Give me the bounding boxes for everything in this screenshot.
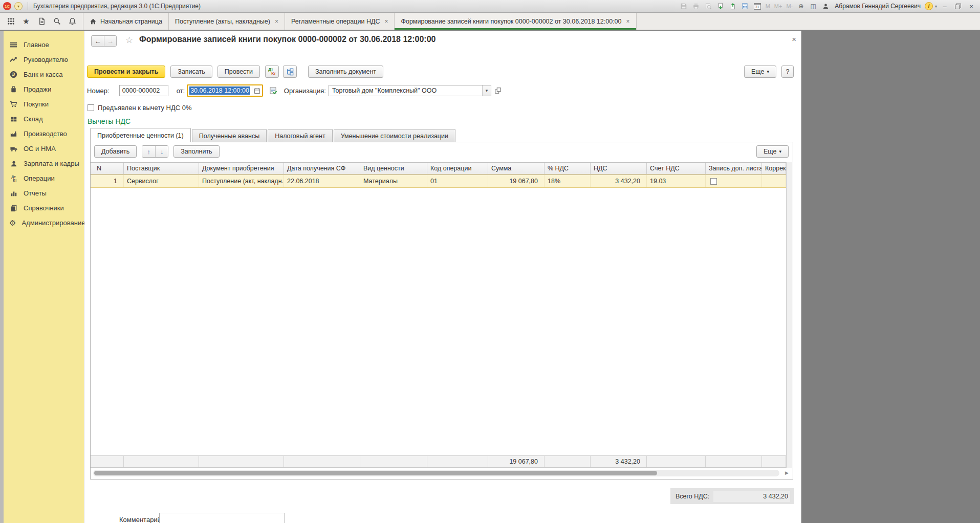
move-up-button[interactable]: ↑ [142, 146, 155, 157]
sidebar-item-operations[interactable]: ДтКт Операции [4, 171, 84, 186]
sidebar-item-salary-hr[interactable]: Зарплата и кадры [4, 156, 84, 171]
add-row-button[interactable]: Добавить [94, 145, 137, 158]
sidebar-item-main[interactable]: Главное [4, 37, 84, 52]
cell-vat-percent[interactable]: 18% [545, 175, 591, 187]
cell-acquisition-document[interactable]: Поступление (акт, накладн... [199, 175, 284, 187]
tab-acquired-values[interactable]: Приобретенные ценности (1) [90, 128, 191, 142]
cell-vat-amount[interactable]: 3 432,20 [591, 175, 647, 187]
print-icon[interactable] [691, 2, 701, 11]
tab-vat-operations[interactable]: Регламентные операции НДС × [285, 13, 394, 30]
more-button[interactable]: Еще▾ [744, 66, 776, 78]
tab-purchase-book-entries[interactable]: Формирование записей книги покупок 0000-… [394, 13, 636, 30]
tab-close-icon[interactable]: × [626, 18, 630, 25]
additional-sheet-checkbox[interactable] [710, 178, 717, 185]
column-header: Счет НДС [647, 163, 706, 174]
cell-operation-code[interactable]: 01 [427, 175, 488, 187]
back-button[interactable]: ← [92, 36, 104, 46]
table-footer-totals-row: 19 067,80 3 432,20 [91, 455, 786, 468]
notifications-bell-icon[interactable] [66, 15, 79, 28]
fill-from-document-icon[interactable] [269, 86, 278, 95]
tab-received-advances[interactable]: Полученные авансы [192, 129, 267, 142]
organization-select[interactable]: Торговый дом "Комплексный" ООО ▾ [329, 85, 491, 96]
print-preview-icon[interactable] [703, 2, 713, 11]
form-close-icon[interactable]: × [792, 35, 796, 43]
calculator-icon[interactable] [740, 2, 750, 11]
search-icon[interactable] [50, 15, 63, 28]
fill-table-button[interactable]: Заполнить [173, 145, 219, 158]
date-input[interactable]: 30.06.2018 12:00:00 [187, 84, 263, 97]
number-label: Номер: [87, 87, 110, 95]
comment-input[interactable] [159, 513, 285, 523]
sidebar-item-bank-cash[interactable]: ₽ Банк и касса [4, 67, 84, 82]
restore-button[interactable] [955, 4, 961, 9]
help-button[interactable]: ? [781, 66, 794, 78]
table-more-button[interactable]: Еще▾ [756, 145, 789, 158]
memory-m-button[interactable]: M [765, 3, 771, 9]
save-file-icon[interactable] [715, 2, 726, 11]
cell-row-number[interactable]: 1 [91, 175, 124, 187]
cell-supplier[interactable]: Сервислог [124, 175, 199, 187]
move-down-button[interactable]: ↓ [155, 146, 168, 157]
post-and-close-button[interactable]: Провести и закрыть [87, 66, 165, 78]
scrollbar-thumb[interactable] [94, 471, 657, 475]
show-postings-button[interactable]: ДтКт [265, 66, 279, 78]
tab-home[interactable]: Начальная страница [83, 13, 168, 30]
tab-label: Начальная страница [100, 18, 162, 25]
memory-m-minus-button[interactable]: M- [785, 3, 794, 9]
post-button[interactable]: Провести [217, 66, 260, 78]
split-view-icon[interactable]: ◫ [808, 2, 818, 11]
open-organization-icon[interactable] [493, 86, 503, 95]
minimize-button[interactable]: – [939, 3, 950, 10]
system-menu-dropdown[interactable]: ▾ [14, 2, 23, 10]
sidebar-item-sales[interactable]: Продажи [4, 82, 84, 97]
cart-icon [9, 100, 18, 108]
tab-label: Регламентные операции НДС [291, 18, 380, 25]
cell-amount[interactable]: 19 067,80 [488, 175, 545, 187]
save-button[interactable]: Записать [170, 66, 212, 78]
scroll-right-arrow-icon[interactable]: ▶ [785, 470, 789, 476]
tab-tax-agent[interactable]: Налоговый агент [268, 129, 333, 142]
tab-close-icon[interactable]: × [275, 18, 278, 25]
vat-0-checkbox[interactable] [88, 104, 94, 111]
info-dropdown-icon[interactable]: ▾ [935, 4, 937, 9]
number-input[interactable] [119, 85, 168, 96]
cell-vat-account[interactable]: 19.03 [647, 175, 706, 187]
sidebar-item-warehouse[interactable]: Склад [4, 112, 84, 126]
sidebar-item-purchases[interactable]: Покупки [4, 97, 84, 112]
favorites-icon[interactable]: ★ [19, 15, 33, 28]
tab-close-icon[interactable]: × [384, 18, 388, 25]
sidebar-item-production[interactable]: Производство [4, 126, 84, 141]
cell-value-type[interactable]: Материалы [360, 175, 427, 187]
add-favorite-star-icon[interactable]: ☆ [125, 35, 133, 46]
calendar-picker-icon[interactable] [252, 85, 262, 96]
column-header: Коррект [762, 163, 786, 174]
fill-document-button[interactable]: Заполнить документ [308, 66, 383, 78]
cell-invoice-date[interactable]: 22.06.2018 [284, 175, 360, 187]
memory-m-plus-button[interactable]: M+ [773, 3, 783, 9]
sidebar-item-reports[interactable]: Отчеты [4, 186, 84, 201]
info-icon[interactable]: i [925, 2, 933, 10]
all-functions-menu-icon[interactable] [4, 15, 17, 28]
calendar-icon[interactable]: 31 [752, 2, 763, 11]
cell-correction[interactable] [762, 175, 786, 187]
sidebar-item-directories[interactable]: Справочники [4, 201, 84, 215]
sidebar-item-administration[interactable]: ⚙ Администрирование [4, 215, 84, 230]
forward-button[interactable]: → [104, 36, 116, 46]
chevron-down-icon[interactable]: ▾ [482, 85, 491, 96]
tab-sales-cost-reduction[interactable]: Уменьшение стоимости реализации [334, 129, 455, 142]
current-user-name[interactable]: Абрамов Геннадий Сергеевич [835, 3, 921, 10]
zoom-icon[interactable]: ⊕ [796, 2, 806, 11]
sidebar-item-manager[interactable]: Руководителю [4, 52, 84, 67]
vat-deductions-group-title[interactable]: Вычеты НДС [88, 117, 130, 125]
document-structure-button[interactable] [283, 66, 297, 78]
save-icon[interactable] [679, 2, 689, 11]
gear-icon: ⚙ [9, 219, 16, 227]
history-icon[interactable] [35, 15, 48, 28]
sidebar-item-fixed-assets[interactable]: ОС и НМА [4, 141, 84, 156]
table-row[interactable]: 1 Сервислог Поступление (акт, накладн...… [91, 175, 786, 188]
tab-receipts[interactable]: Поступление (акты, накладные) × [168, 13, 285, 30]
vertical-scrollbar[interactable] [786, 162, 792, 468]
horizontal-scrollbar[interactable] [93, 470, 779, 476]
window-close-button[interactable]: × [966, 3, 977, 10]
load-file-icon[interactable] [728, 2, 738, 11]
